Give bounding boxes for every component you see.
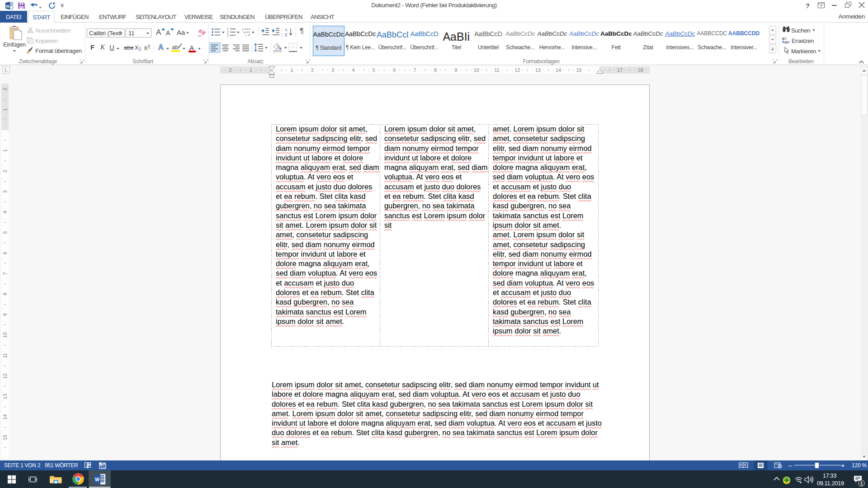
svg-text:10: 10	[474, 67, 479, 73]
svg-text:7: 7	[2, 272, 8, 275]
svg-text:a: a	[244, 31, 245, 34]
svg-text:Z: Z	[285, 33, 288, 37]
svg-text:8: 8	[434, 67, 437, 73]
svg-text:7: 7	[414, 67, 416, 73]
svg-text:W: W	[95, 477, 99, 482]
svg-text:4: 4	[2, 211, 8, 213]
svg-text:W: W	[6, 4, 10, 9]
svg-text:15: 15	[576, 67, 581, 73]
svg-text:18: 18	[637, 67, 643, 73]
svg-text:15: 15	[2, 435, 8, 440]
svg-text:4: 4	[352, 67, 355, 73]
svg-text:2: 2	[229, 67, 231, 73]
svg-text:14: 14	[556, 67, 561, 73]
svg-text:14: 14	[2, 414, 8, 420]
svg-text:2: 2	[227, 31, 229, 34]
svg-text:3: 3	[227, 34, 229, 37]
svg-text:c: c	[788, 40, 790, 44]
svg-text:6: 6	[2, 252, 8, 254]
svg-text:17: 17	[617, 67, 623, 73]
svg-text:1: 1	[2, 108, 8, 111]
svg-text:3: 3	[331, 67, 334, 73]
svg-text:13: 13	[535, 67, 541, 73]
svg-text:1: 1	[2, 149, 8, 152]
svg-text:3: 3	[2, 190, 8, 193]
svg-text:2: 2	[2, 170, 8, 173]
svg-text:13: 13	[2, 394, 8, 399]
svg-text:5: 5	[2, 231, 8, 234]
svg-text:2: 2	[311, 67, 314, 73]
svg-text:8: 8	[2, 293, 8, 296]
svg-text:11: 11	[2, 353, 8, 358]
svg-text:1: 1	[250, 67, 252, 73]
svg-text:A: A	[285, 28, 288, 32]
svg-text:9: 9	[2, 313, 8, 316]
svg-text:6: 6	[393, 67, 396, 73]
svg-text:10: 10	[2, 332, 8, 338]
svg-text:5: 5	[373, 67, 375, 73]
svg-text:11: 11	[494, 67, 499, 73]
svg-text:1: 1	[291, 67, 293, 73]
svg-text:9: 9	[454, 67, 457, 73]
svg-text:1: 1	[227, 28, 229, 31]
svg-text:i: i	[245, 34, 246, 37]
svg-text:12: 12	[2, 373, 8, 379]
svg-text:12: 12	[514, 67, 520, 73]
svg-text:2: 2	[2, 88, 8, 90]
